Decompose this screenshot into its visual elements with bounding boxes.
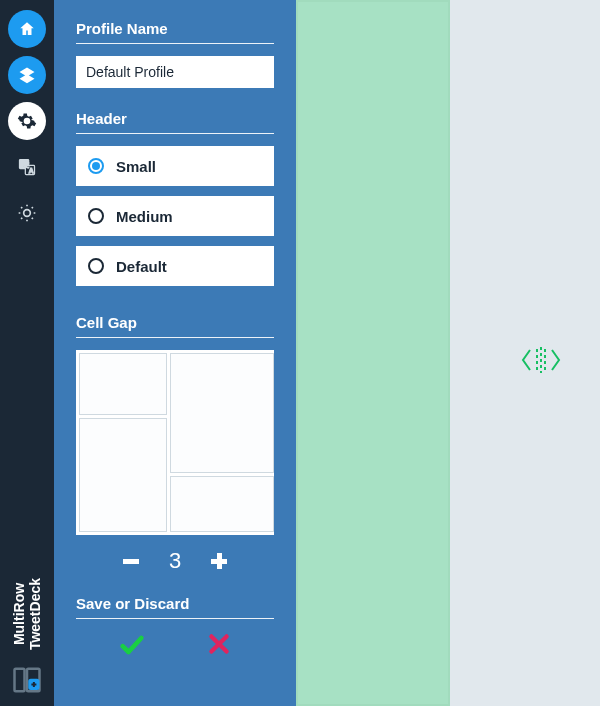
column-resize-handle[interactable] (535, 0, 541, 706)
radio-label: Default (116, 258, 167, 275)
radio-icon (88, 208, 104, 224)
radio-label: Medium (116, 208, 173, 225)
nav-home[interactable] (8, 10, 46, 48)
radio-label: Small (116, 158, 156, 175)
settings-panel: Profile Name Header Small Medium Default… (54, 0, 296, 706)
draggable-column[interactable] (296, 0, 450, 706)
svg-rect-8 (123, 559, 139, 564)
divider (76, 133, 274, 134)
nav-layout-add[interactable] (7, 660, 47, 700)
cellgap-preview (76, 350, 274, 535)
cellgap-stepper: 3 (76, 547, 274, 575)
header-title: Header (76, 110, 274, 127)
increment-button[interactable] (203, 547, 235, 575)
nav-layers[interactable] (8, 56, 46, 94)
radio-icon (88, 258, 104, 274)
svg-rect-5 (15, 669, 25, 692)
minus-icon (119, 549, 143, 573)
profile-name-title: Profile Name (76, 20, 274, 37)
check-icon (118, 631, 146, 659)
layout-add-icon (12, 665, 42, 695)
save-actions (76, 631, 274, 663)
radio-icon (88, 158, 104, 174)
save-button[interactable] (118, 631, 146, 663)
layers-icon (18, 66, 36, 84)
discard-button[interactable] (206, 631, 232, 663)
profile-name-input[interactable] (76, 56, 274, 88)
brand-label: MultiRowTweetDeck (11, 578, 43, 650)
plus-icon (207, 549, 231, 573)
divider (76, 43, 274, 44)
divider (76, 337, 274, 338)
save-title: Save or Discard (76, 595, 274, 612)
cell (79, 418, 167, 532)
nav-settings[interactable] (8, 102, 46, 140)
header-option-small[interactable]: Small (76, 146, 274, 186)
cell (170, 353, 274, 473)
resize-indicator-icon (521, 346, 561, 374)
svg-rect-10 (217, 553, 222, 569)
cell (170, 476, 274, 532)
cell (79, 353, 167, 415)
header-option-medium[interactable]: Medium (76, 196, 274, 236)
decrement-button[interactable] (115, 547, 147, 575)
svg-text:A: A (29, 167, 34, 174)
close-icon (206, 631, 232, 657)
gear-icon (17, 111, 37, 131)
brightness-icon (17, 203, 37, 223)
layout-stage (296, 0, 600, 706)
nav-brightness[interactable] (8, 194, 46, 232)
svg-text:文: 文 (21, 160, 29, 169)
nav-translate[interactable]: 文A (8, 148, 46, 186)
header-option-default[interactable]: Default (76, 246, 274, 286)
divider (76, 618, 274, 619)
cellgap-title: Cell Gap (76, 314, 274, 331)
svg-point-4 (24, 210, 31, 217)
translate-icon: 文A (17, 157, 37, 177)
header-radio-group: Small Medium Default (76, 146, 274, 296)
cellgap-value: 3 (169, 548, 181, 574)
home-icon (18, 20, 36, 38)
sidebar: 文A MultiRowTweetDeck (0, 0, 54, 706)
